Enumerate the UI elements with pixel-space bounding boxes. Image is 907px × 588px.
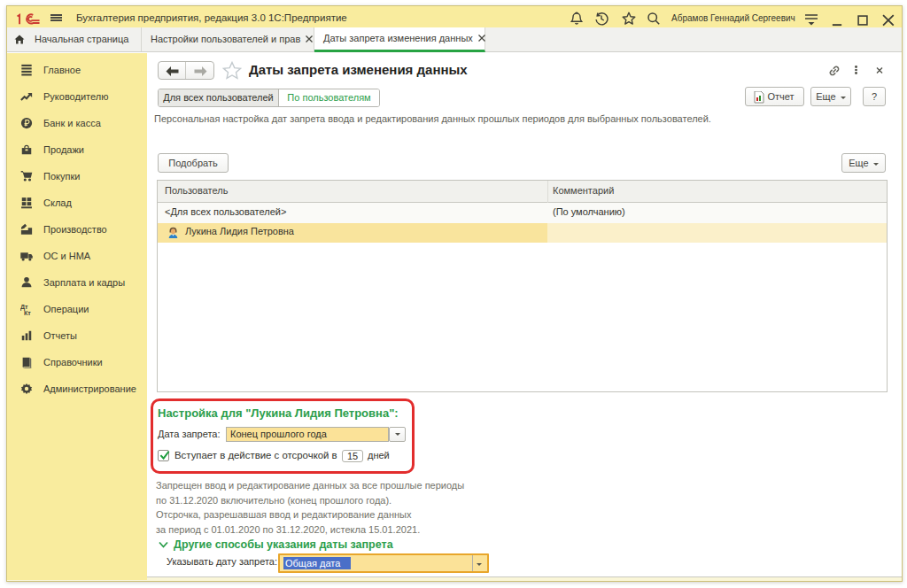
svg-text:Кт: Кт: [24, 310, 31, 315]
